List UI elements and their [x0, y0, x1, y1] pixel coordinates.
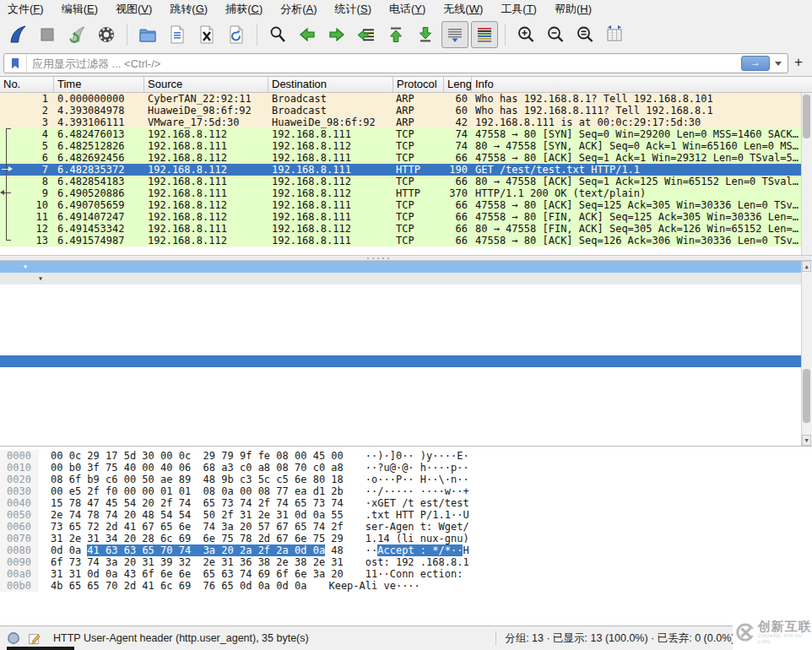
packet-detail-row[interactable]: [Severity level: Chat] — [0, 296, 812, 308]
cell-time: 4.393084978 — [54, 105, 144, 116]
previous-packet-button[interactable] — [294, 21, 321, 48]
menu-item[interactable]: 分析(A) — [280, 2, 317, 17]
filter-dropdown-caret[interactable] — [775, 62, 782, 66]
reload-file-icon — [226, 24, 246, 45]
hex-row[interactable]: 0000 00 0c 29 17 5d 30 00 0c 29 79 9f fe… — [0, 450, 812, 462]
packet-row[interactable]: 9 6.490520886 192.168.8.111 192.168.8.11… — [0, 187, 812, 199]
hex-row[interactable]: 0050 2e 74 78 74 20 48 54 54 50 2f 31 2e… — [0, 509, 812, 521]
hex-row[interactable]: 0020 08 6f b9 c6 00 50 ae 89 48 9b c3 5c… — [0, 474, 812, 485]
open-file-button[interactable] — [134, 21, 161, 48]
packet-row[interactable]: 6 6.482692456 192.168.8.112 192.168.8.11… — [0, 152, 812, 164]
column-header[interactable]: Protocol — [393, 77, 444, 92]
restart-capture-button[interactable] — [63, 21, 90, 48]
last-packet-button[interactable] — [412, 21, 439, 48]
column-header[interactable]: Source — [144, 77, 268, 92]
apply-filter-button[interactable]: → — [741, 56, 770, 71]
resize-columns-button[interactable] — [601, 21, 628, 48]
hex-row[interactable]: 0010 00 b0 3f 75 40 00 40 06 68 a3 c0 a8… — [0, 462, 812, 474]
hex-row[interactable]: 0030 00 e5 2f f0 00 00 01 01 08 0a 00 08… — [0, 485, 812, 497]
column-header[interactable]: No. — [0, 77, 54, 92]
auto-scroll-toggle[interactable] — [441, 21, 468, 48]
packet-row[interactable]: 11 6.491407247 192.168.8.112 192.168.8.1… — [0, 211, 812, 223]
packet-detail-row[interactable]: [Expert Info (Chat/Sequence): GET /test/… — [0, 273, 812, 284]
packet-detail-row[interactable]: [Response in frame: 9] — [0, 438, 812, 445]
menu-item[interactable]: 无线(W) — [443, 2, 483, 17]
column-header[interactable]: Info — [472, 77, 812, 92]
scroll-up-button[interactable]: ▲ — [802, 261, 811, 272]
packet-row[interactable]: 12 6.491453342 192.168.8.111 192.168.8.1… — [0, 223, 812, 235]
packet-row[interactable]: 8 6.482854183 192.168.8.111 192.168.8.11… — [0, 176, 812, 187]
details-scrollbar[interactable]: ▲ ▼ — [801, 261, 812, 446]
column-header[interactable]: Time — [54, 77, 144, 92]
packet-row[interactable]: 5 6.482512826 192.168.8.111 192.168.8.11… — [0, 140, 812, 152]
packet-detail-row[interactable]: Accept: */*\r\n — [0, 367, 812, 379]
hex-row[interactable]: 0040 15 78 47 45 54 20 2f 74 65 73 74 2f… — [0, 497, 812, 509]
scrollbar-thumb[interactable] — [803, 369, 810, 423]
cell-length: 66 — [444, 235, 472, 246]
display-filter-input[interactable] — [27, 57, 741, 70]
packet-detail-row[interactable]: \r\n — [0, 403, 812, 414]
packet-detail-row[interactable]: [Group: Sequence] — [0, 308, 812, 320]
packet-detail-row[interactable]: User-Agent: Wget/1.14 (linux-gnu)\r\n — [0, 355, 812, 367]
column-header[interactable]: Length — [444, 77, 472, 92]
zoom-original-button[interactable] — [571, 21, 598, 48]
pane-splitter[interactable] — [0, 255, 812, 261]
packet-detail-row[interactable]: [Full request URI: http://192.168.8.111/… — [0, 414, 812, 426]
packet-row[interactable]: 7 6.482835372 192.168.8.112 192.168.8.11… — [0, 164, 812, 176]
hex-bytes: 2e 74 78 74 20 48 54 54 50 2f 31 2e 31 0… — [51, 509, 344, 521]
packet-detail-row[interactable]: Request Version: HTTP/1.1 — [0, 344, 812, 355]
packet-row[interactable]: 10 6.490705659 192.168.8.112 192.168.8.1… — [0, 199, 812, 211]
menu-item[interactable]: 帮助(H) — [555, 2, 592, 17]
scrollbar-thumb[interactable] — [803, 95, 810, 138]
hex-row[interactable]: 00b0 4b 65 65 70 2d 41 6c 69 76 65 0d 0a… — [0, 580, 812, 592]
hex-row[interactable]: 0090 6f 73 74 3a 20 31 39 32 2e 31 36 38… — [0, 556, 812, 568]
menu-item[interactable]: 跳转(G) — [170, 2, 208, 17]
close-file-button[interactable] — [193, 21, 220, 48]
hex-row[interactable]: 0070 31 2e 31 34 20 28 6c 69 6e 75 78 2d… — [0, 533, 812, 544]
menu-item[interactable]: 统计(S) — [335, 2, 371, 17]
packet-detail-row[interactable]: Host: 192.168.8.111\r\n — [0, 379, 812, 391]
packet-row[interactable]: 2 4.393084978 HuaweiDe_98:6f:92 Broadcas… — [0, 105, 812, 116]
menu-item[interactable]: 电话(Y) — [389, 2, 425, 17]
add-filter-button[interactable]: + — [790, 53, 807, 72]
packet-detail-row[interactable]: Request URI: /test/test.txt — [0, 332, 812, 344]
zoom-out-button[interactable] — [542, 21, 569, 48]
capture-options-button[interactable] — [93, 21, 120, 48]
packet-row[interactable]: 13 6.491574987 192.168.8.112 192.168.8.1… — [0, 235, 812, 246]
packet-row[interactable]: 4 6.482476013 192.168.8.112 192.168.8.11… — [0, 128, 812, 140]
packet-detail-row[interactable]: Request Method: GET — [0, 320, 812, 332]
packet-row[interactable]: 3 4.393106111 VMware_17:5d:30 HuaweiDe_9… — [0, 116, 812, 128]
column-header[interactable]: Destination — [268, 77, 393, 92]
packet-row[interactable]: 1 0.000000000 CyberTAN_22:92:11 Broadcas… — [0, 93, 812, 105]
find-packet-button[interactable] — [264, 21, 291, 48]
cell-protocol: TCP — [393, 152, 444, 164]
menu-item[interactable]: 编辑(E) — [62, 2, 98, 17]
hex-row[interactable]: 0080 0d 0a 41 63 63 65 70 74 3a 20 2a 2f… — [0, 544, 812, 556]
filter-bookmark-button[interactable] — [4, 55, 27, 72]
go-to-packet-button[interactable] — [353, 21, 380, 48]
menu-item[interactable]: 捕获(C) — [225, 2, 263, 17]
zoom-in-button[interactable] — [512, 21, 539, 48]
packet-list-scrollbar[interactable] — [801, 93, 812, 256]
hex-row[interactable]: 0060 73 65 72 2d 41 67 65 6e 74 3a 20 57… — [0, 521, 812, 533]
capture-comment-button[interactable] — [27, 631, 41, 646]
start-capture-button[interactable] — [4, 21, 31, 48]
save-file-button[interactable] — [164, 21, 191, 48]
cell-protocol: TCP — [393, 211, 444, 223]
reload-file-button[interactable] — [223, 21, 250, 48]
menu-item[interactable]: 文件(F) — [8, 2, 44, 17]
cell-source: HuaweiDe_98:6f:92 — [144, 105, 268, 116]
packet-detail-row[interactable]: GET /test/test.txt HTTP/1.1\r\n — [0, 261, 812, 273]
hex-row[interactable]: 00a0 31 31 0d 0a 43 6f 6e 6e 65 63 74 69… — [0, 568, 812, 580]
packet-detail-row[interactable]: [HTTP request 1/1] — [0, 426, 812, 438]
scroll-down-button[interactable]: ▼ — [802, 435, 811, 446]
menu-item[interactable]: 工具(T) — [501, 2, 537, 17]
expert-info-button[interactable] — [7, 631, 20, 645]
menu-item[interactable]: 视图(V) — [116, 2, 152, 17]
stop-capture-button[interactable] — [34, 21, 61, 48]
first-packet-button[interactable] — [382, 21, 409, 48]
packet-detail-row[interactable]: [GET /test/test.txt HTTP/1.1\r\n] — [0, 284, 812, 296]
colorize-toggle[interactable] — [471, 21, 498, 48]
next-packet-button[interactable] — [323, 21, 350, 48]
packet-detail-row[interactable]: Connection: Keep-Alive\r\n — [0, 391, 812, 403]
